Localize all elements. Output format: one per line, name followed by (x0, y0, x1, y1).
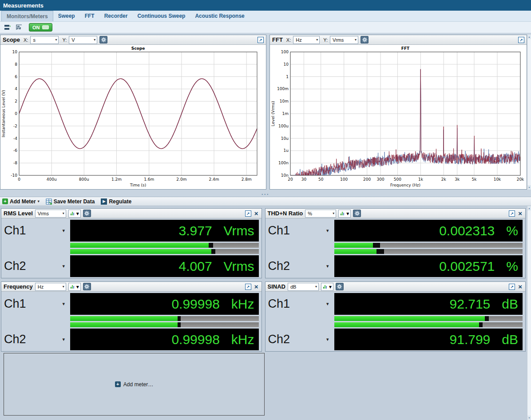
fft-y-label: Y: (323, 37, 328, 43)
channel-selector[interactable]: Ch2 ▾ (4, 255, 70, 277)
svg-text:400u: 400u (47, 177, 57, 182)
tab-fft[interactable]: FFT (80, 11, 99, 21)
unit-select[interactable]: Hz ▾ (35, 283, 66, 291)
tab-recorder[interactable]: Recorder (99, 11, 133, 21)
scroll-down-icon[interactable]: ▼ (527, 185, 531, 190)
close-icon[interactable]: × (517, 210, 523, 217)
plus-icon: + (115, 381, 121, 387)
fft-x-units-select[interactable]: Hz ▾ (293, 36, 320, 44)
fft-popout-button[interactable]: ↗ (518, 37, 524, 43)
scrollbar-track[interactable] (527, 39, 531, 185)
meter-popout-button[interactable]: ↗ (245, 210, 251, 217)
channel-selector[interactable]: Ch2 ▾ (268, 329, 334, 350)
svg-text:100m: 100m (277, 87, 289, 91)
channel-row: Ch1 ▾ 92.715 dB (268, 293, 523, 315)
svg-text:1: 1 (286, 75, 289, 79)
on-label: ON (32, 25, 40, 30)
scope-panel: Scope X: s ▾ Y: V ▾ (0, 35, 266, 190)
fft-chart[interactable]: FFT100101100m10m1m100u10u1u100n10n203050… (270, 45, 527, 189)
svg-text:FFT: FFT (401, 46, 410, 51)
svg-text:500: 500 (394, 177, 401, 182)
meter-display-style-button[interactable]: ▾ (68, 283, 81, 291)
chevron-down-icon: ▾ (76, 210, 79, 217)
scrollbar-track[interactable] (527, 210, 531, 416)
popout-icon: ↗ (259, 38, 262, 42)
gear-icon (84, 210, 90, 216)
meter-display-style-button[interactable]: ▾ (68, 210, 81, 218)
generator-on-button[interactable]: ON (29, 23, 52, 32)
add-meter-button[interactable]: + Add Meter ▾ (2, 198, 40, 205)
level-bar (334, 316, 523, 321)
meter-popout-button[interactable]: ↗ (509, 284, 515, 290)
channel-selector[interactable]: Ch1 ▾ (4, 220, 70, 242)
channel-selector[interactable]: Ch1 ▾ (268, 293, 334, 315)
tab-monitors-meters[interactable]: Monitors/Meters (1, 11, 53, 21)
meter-popout-button[interactable]: ↗ (245, 284, 251, 290)
tab-sweep[interactable]: Sweep (53, 11, 80, 21)
svg-text:-8: -8 (13, 161, 17, 165)
chevron-down-icon: ▾ (326, 301, 329, 307)
svg-text:8: 8 (15, 62, 17, 67)
unit-select[interactable]: Vrms ▾ (35, 210, 66, 218)
chevron-down-icon: ▾ (61, 211, 64, 215)
meter-settings-button[interactable] (353, 210, 361, 217)
channel-selector[interactable]: Ch1 ▾ (268, 220, 334, 242)
svg-text:2.8m: 2.8m (242, 177, 252, 182)
svg-text:100n: 100n (278, 161, 289, 165)
close-icon[interactable]: × (254, 283, 259, 290)
close-icon[interactable]: × (254, 210, 259, 217)
channel-selector[interactable]: Ch2 ▾ (4, 329, 70, 350)
save-meter-data-button[interactable]: Save Meter Data (46, 198, 95, 205)
scope-y-label: Y: (62, 37, 67, 43)
svg-text:1k: 1k (418, 177, 424, 182)
meter-header: RMS Level Vrms ▾ ▾ (1, 209, 262, 218)
meter-settings-button[interactable] (83, 283, 91, 290)
svg-text:800u: 800u (79, 177, 89, 182)
plus-icon: + (2, 198, 8, 204)
chevron-down-icon: ▾ (353, 38, 357, 42)
meter-settings-button[interactable] (2, 23, 12, 32)
scroll-down-icon[interactable]: ▼ (527, 416, 531, 420)
meter-popout-button[interactable]: ↗ (509, 210, 515, 217)
tab-acoustic-response[interactable]: Acoustic Response (190, 11, 249, 21)
scroll-up-icon[interactable]: ▲ (527, 35, 531, 39)
scope-x-units-select[interactable]: s ▾ (30, 36, 59, 44)
scroll-up-icon[interactable]: ▲ (527, 206, 531, 210)
bar-chart-icon (323, 284, 328, 289)
meter-value: 0.002313 (439, 223, 495, 238)
scope-chart[interactable]: Scope1086420-2-4-6-8-100400u800u1.2m1.6m… (0, 45, 266, 189)
unit-select[interactable]: % ▾ (305, 210, 336, 218)
meters-scrollbar[interactable]: ▲ ▼ (527, 206, 531, 420)
tab-continuous-sweep[interactable]: Continuous Sweep (132, 11, 190, 21)
channel-selector[interactable]: Ch1 ▾ (4, 293, 70, 315)
monitor-view-button[interactable] (14, 23, 24, 32)
add-meter-placeholder[interactable]: + Add meter… (4, 353, 265, 416)
charts-scrollbar[interactable]: ▲ ▼ (527, 35, 531, 190)
close-icon[interactable]: × (517, 283, 523, 290)
meter-value: 4.007 (179, 259, 212, 274)
meter-display-style-button[interactable]: ▾ (338, 210, 351, 218)
regulate-button[interactable]: ▶ Regulate (101, 198, 131, 205)
meter-unit: Vrms (224, 259, 254, 274)
meter-bars-icon (4, 24, 11, 31)
meter-unit: kHz (231, 297, 254, 312)
horizontal-splitter[interactable]: ●●● (0, 191, 531, 197)
channel-selector[interactable]: Ch2 ▾ (268, 255, 334, 277)
meter-display-style-button[interactable]: ▾ (321, 283, 333, 291)
scope-settings-button[interactable] (99, 36, 107, 44)
svg-text:2: 2 (15, 99, 17, 103)
svg-text:-10: -10 (11, 173, 17, 178)
level-bar (70, 316, 259, 321)
meter-settings-button[interactable] (83, 210, 91, 217)
fft-y-units-select[interactable]: Vrms ▾ (330, 36, 358, 44)
scope-popout-button[interactable]: ↗ (258, 37, 264, 43)
meter-header: THD+N Ratio % ▾ ▾ (266, 209, 526, 218)
popout-icon: ↗ (510, 211, 514, 216)
meter-settings-button[interactable] (336, 283, 344, 290)
add-meter-placeholder-label: Add meter… (123, 381, 153, 388)
unit-select[interactable]: dB ▾ (288, 283, 319, 291)
fft-settings-button[interactable] (361, 36, 369, 44)
scope-y-units-select[interactable]: V ▾ (69, 36, 97, 44)
level-bar (334, 249, 523, 254)
svg-text:Frequency (Hz): Frequency (Hz) (390, 183, 420, 187)
